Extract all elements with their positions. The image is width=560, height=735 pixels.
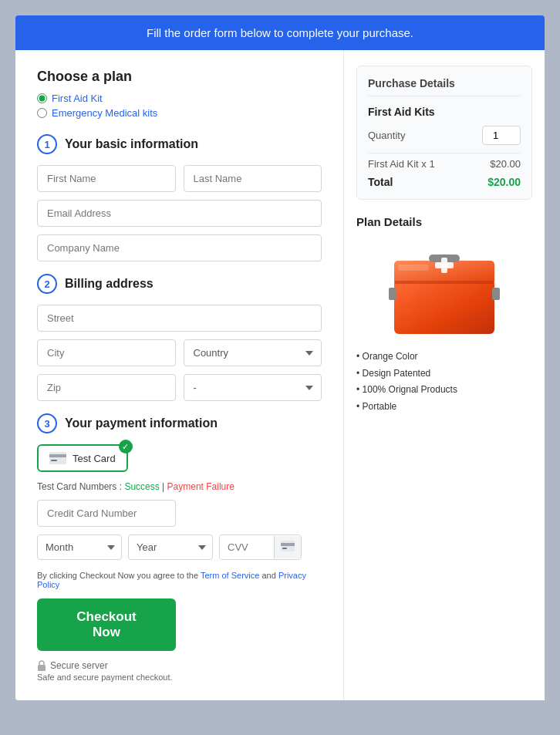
- company-input[interactable]: [37, 234, 322, 261]
- svg-rect-11: [492, 288, 500, 300]
- success-link[interactable]: Success: [124, 481, 159, 492]
- choose-plan-section: Choose a plan First Aid Kit Emergency Me…: [37, 69, 322, 119]
- price-row: First Aid Kit x 1 $20.00: [368, 153, 521, 170]
- line-item-price: $20.00: [490, 158, 521, 170]
- feature-2: Design Patented: [356, 366, 532, 383]
- failure-link[interactable]: Payment Failure: [167, 481, 234, 492]
- card-checkmark: ✓: [119, 440, 133, 453]
- section2-header: 2 Billing address: [37, 274, 322, 294]
- terms-text: By clicking Checkout Now you agree to th…: [37, 571, 322, 589]
- product-image: [383, 238, 506, 338]
- outer-container: Fill the order form below to complete yo…: [15, 15, 545, 700]
- state-select[interactable]: -: [184, 374, 322, 401]
- tos-link[interactable]: Term of Service: [201, 571, 259, 580]
- svg-rect-15: [398, 265, 429, 271]
- svg-rect-5: [282, 548, 287, 549]
- city-input[interactable]: [37, 339, 176, 366]
- first-name-input[interactable]: [37, 165, 176, 192]
- section3-fields: Test Card ✓ Test Card Numbers : Success …: [37, 444, 322, 560]
- section3-number: 3: [37, 413, 57, 433]
- payment-row: Month 01 02 03 04 05 06 07 08 09 10 11 1…: [37, 534, 322, 560]
- card-label: Test Card: [73, 453, 116, 464]
- section1-fields: [37, 165, 322, 261]
- cvv-icon: [274, 536, 301, 558]
- product-image-container: [356, 238, 532, 338]
- right-panel: Purchase Details First Aid Kits Quantity…: [344, 50, 545, 700]
- plan-details-title: Plan Details: [356, 215, 532, 228]
- banner-text: Fill the order form below to complete yo…: [147, 26, 413, 39]
- total-value: $20.00: [487, 176, 521, 188]
- test-card-info: Test Card Numbers : Success | Payment Fa…: [37, 481, 322, 492]
- street-row: [37, 305, 322, 332]
- secure-detail: Safe and secure payment checkout.: [37, 673, 322, 682]
- top-banner: Fill the order form below to complete yo…: [15, 15, 545, 50]
- email-input[interactable]: [37, 200, 322, 227]
- radio-emergency-input[interactable]: [37, 108, 47, 118]
- zip-state-row: -: [37, 374, 322, 401]
- product-name: First Aid Kits: [368, 106, 521, 118]
- month-select[interactable]: Month 01 02 03 04 05 06 07 08 09 10 11 1…: [37, 534, 122, 560]
- quantity-label: Quantity: [368, 130, 405, 141]
- total-row: Total $20.00: [368, 176, 521, 188]
- qty-row: Quantity: [368, 126, 521, 145]
- lock-icon: [37, 660, 46, 671]
- radio-emergency[interactable]: Emergency Medical kits: [37, 107, 322, 119]
- section2-fields: Country United States United Kingdom Can…: [37, 305, 322, 401]
- purchase-details-box: Purchase Details First Aid Kits Quantity…: [356, 66, 532, 200]
- ccn-input[interactable]: [37, 500, 176, 527]
- card-option[interactable]: Test Card ✓: [37, 444, 128, 472]
- main-content: Choose a plan First Aid Kit Emergency Me…: [15, 50, 545, 700]
- section2-title: Billing address: [65, 277, 153, 291]
- svg-rect-2: [51, 460, 57, 461]
- quantity-input[interactable]: [482, 126, 521, 145]
- choose-plan-title: Choose a plan: [37, 69, 322, 85]
- secure-info: Secure server: [37, 660, 322, 671]
- street-input[interactable]: [37, 305, 322, 332]
- terms-middle: and: [261, 571, 278, 580]
- checkout-button[interactable]: Checkout Now: [37, 598, 176, 651]
- zip-input[interactable]: [37, 374, 176, 401]
- line-item-label: First Aid Kit x 1: [368, 158, 435, 170]
- secure-label: Secure server: [50, 660, 108, 671]
- svg-rect-6: [38, 665, 46, 671]
- left-panel: Choose a plan First Aid Kit Emergency Me…: [15, 50, 344, 700]
- section3-title: Your payment information: [65, 416, 218, 430]
- radio-first-aid-label: First Aid Kit: [52, 93, 103, 104]
- feature-1: Orange Color: [356, 349, 532, 366]
- cvv-wrap: [219, 534, 302, 560]
- cvv-input[interactable]: [220, 535, 274, 559]
- svg-rect-7: [394, 280, 494, 334]
- svg-rect-1: [49, 454, 66, 457]
- feature-3: 100% Orignal Products: [356, 382, 532, 399]
- section1-title: Your basic information: [65, 137, 198, 151]
- svg-rect-4: [281, 543, 295, 546]
- total-label: Total: [368, 176, 393, 188]
- feature-4: Portable: [356, 399, 532, 416]
- radio-group: First Aid Kit Emergency Medical kits: [37, 93, 322, 119]
- card-icon: [49, 452, 66, 464]
- purchase-details-title: Purchase Details: [368, 77, 521, 96]
- email-row: [37, 200, 322, 227]
- svg-rect-9: [394, 281, 494, 284]
- radio-first-aid-input[interactable]: [37, 93, 47, 103]
- section3-header: 3 Your payment information: [37, 413, 322, 433]
- section2-number: 2: [37, 274, 57, 294]
- radio-first-aid[interactable]: First Aid Kit: [37, 93, 322, 104]
- section1-header: 1 Your basic information: [37, 134, 322, 154]
- test-card-label: Test Card Numbers :: [37, 481, 122, 492]
- name-row: [37, 165, 322, 192]
- year-select[interactable]: Year 2024 2025 2026 2027: [128, 534, 213, 560]
- radio-emergency-label: Emergency Medical kits: [52, 107, 157, 119]
- ccn-row: [37, 500, 322, 527]
- svg-rect-0: [49, 452, 66, 464]
- terms-before: By clicking Checkout Now you agree to th…: [37, 571, 201, 580]
- country-select[interactable]: Country United States United Kingdom Can…: [184, 339, 322, 366]
- plan-details-section: Plan Details: [356, 215, 532, 415]
- last-name-input[interactable]: [184, 165, 322, 192]
- section1-number: 1: [37, 134, 57, 154]
- city-country-row: Country United States United Kingdom Can…: [37, 339, 322, 366]
- svg-rect-14: [441, 258, 447, 273]
- svg-rect-10: [389, 288, 396, 300]
- plan-features: Orange Color Design Patented 100% Origna…: [356, 349, 532, 415]
- company-row: [37, 234, 322, 261]
